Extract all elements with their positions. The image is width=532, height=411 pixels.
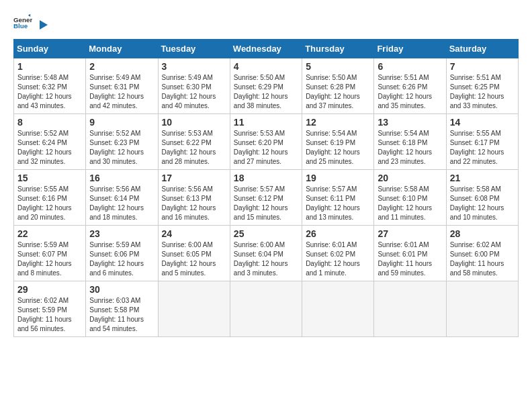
- calendar-cell: 28Sunrise: 6:02 AMSunset: 6:00 PMDayligh…: [446, 226, 518, 281]
- calendar-cell: 13Sunrise: 5:54 AMSunset: 6:18 PMDayligh…: [374, 114, 446, 170]
- day-info: Sunrise: 5:49 AMSunset: 6:30 PMDaylight:…: [162, 73, 226, 111]
- day-info: Sunrise: 5:51 AMSunset: 6:26 PMDaylight:…: [378, 73, 442, 111]
- day-number: 15: [17, 173, 82, 183]
- calendar-cell: 1Sunrise: 5:48 AMSunset: 6:32 PMDaylight…: [14, 58, 86, 114]
- calendar-cell: 19Sunrise: 5:57 AMSunset: 6:11 PMDayligh…: [302, 170, 374, 226]
- day-header-sunday: Sunday: [14, 40, 86, 58]
- calendar-cell: 5Sunrise: 5:50 AMSunset: 6:28 PMDaylight…: [302, 58, 374, 114]
- calendar-cell: 24Sunrise: 6:00 AMSunset: 6:05 PMDayligh…: [158, 226, 230, 281]
- day-info: Sunrise: 5:59 AMSunset: 6:06 PMDaylight:…: [89, 240, 154, 278]
- day-number: 3: [162, 61, 226, 72]
- day-number: 17: [162, 173, 226, 183]
- page-header: General Blue: [13, 13, 519, 32]
- calendar-cell: 22Sunrise: 5:59 AMSunset: 6:07 PMDayligh…: [14, 226, 86, 281]
- day-number: 6: [378, 61, 442, 72]
- svg-text:Blue: Blue: [13, 22, 28, 30]
- day-info: Sunrise: 5:50 AMSunset: 6:29 PMDaylight:…: [234, 73, 298, 111]
- day-number: 8: [17, 117, 82, 128]
- svg-marker-3: [40, 20, 48, 30]
- calendar-cell: 10Sunrise: 5:53 AMSunset: 6:22 PMDayligh…: [158, 114, 230, 170]
- day-number: 13: [378, 117, 442, 128]
- day-header-monday: Monday: [86, 40, 158, 58]
- calendar-cell: [302, 281, 374, 337]
- day-info: Sunrise: 5:56 AMSunset: 6:14 PMDaylight:…: [89, 185, 154, 222]
- calendar-cell: 8Sunrise: 5:52 AMSunset: 6:24 PMDaylight…: [14, 114, 86, 170]
- day-number: 14: [450, 117, 515, 128]
- day-info: Sunrise: 5:51 AMSunset: 6:25 PMDaylight:…: [450, 73, 515, 111]
- day-info: Sunrise: 6:02 AMSunset: 6:00 PMDaylight:…: [450, 240, 515, 278]
- day-info: Sunrise: 5:58 AMSunset: 6:08 PMDaylight:…: [450, 185, 515, 222]
- day-number: 29: [17, 284, 82, 295]
- calendar-week-4: 22Sunrise: 5:59 AMSunset: 6:07 PMDayligh…: [14, 226, 519, 281]
- day-number: 21: [450, 173, 515, 183]
- day-info: Sunrise: 5:54 AMSunset: 6:18 PMDaylight:…: [378, 129, 442, 167]
- calendar-cell: 11Sunrise: 5:53 AMSunset: 6:20 PMDayligh…: [230, 114, 302, 170]
- day-number: 18: [234, 173, 298, 183]
- day-info: Sunrise: 5:52 AMSunset: 6:23 PMDaylight:…: [89, 129, 154, 167]
- calendar-cell: 17Sunrise: 5:56 AMSunset: 6:13 PMDayligh…: [158, 170, 230, 226]
- day-number: 11: [234, 117, 298, 128]
- logo-icon: General Blue: [13, 13, 32, 32]
- calendar-cell: 12Sunrise: 5:54 AMSunset: 6:19 PMDayligh…: [302, 114, 374, 170]
- calendar-cell: [374, 281, 446, 337]
- day-number: 20: [378, 173, 442, 183]
- day-header-tuesday: Tuesday: [158, 40, 230, 58]
- calendar-week-3: 15Sunrise: 5:55 AMSunset: 6:16 PMDayligh…: [14, 170, 519, 226]
- day-number: 26: [306, 228, 370, 239]
- calendar-cell: 15Sunrise: 5:55 AMSunset: 6:16 PMDayligh…: [14, 170, 86, 226]
- calendar-cell: [446, 281, 518, 337]
- day-number: 28: [450, 228, 515, 239]
- day-info: Sunrise: 5:57 AMSunset: 6:12 PMDaylight:…: [234, 185, 298, 222]
- calendar-cell: 14Sunrise: 5:55 AMSunset: 6:17 PMDayligh…: [446, 114, 518, 170]
- calendar-cell: 29Sunrise: 6:02 AMSunset: 5:59 PMDayligh…: [14, 281, 86, 337]
- day-info: Sunrise: 5:53 AMSunset: 6:20 PMDaylight:…: [234, 129, 298, 167]
- day-number: 27: [378, 228, 442, 239]
- day-header-wednesday: Wednesday: [230, 40, 302, 58]
- day-info: Sunrise: 5:55 AMSunset: 6:16 PMDaylight:…: [17, 185, 82, 222]
- day-number: 9: [89, 117, 154, 128]
- day-number: 1: [17, 61, 82, 72]
- calendar-cell: 18Sunrise: 5:57 AMSunset: 6:12 PMDayligh…: [230, 170, 302, 226]
- day-number: 24: [162, 228, 226, 239]
- day-info: Sunrise: 6:03 AMSunset: 5:58 PMDaylight:…: [89, 296, 154, 334]
- day-info: Sunrise: 6:02 AMSunset: 5:59 PMDaylight:…: [17, 296, 82, 334]
- calendar-week-2: 8Sunrise: 5:52 AMSunset: 6:24 PMDaylight…: [14, 114, 519, 170]
- day-info: Sunrise: 5:48 AMSunset: 6:32 PMDaylight:…: [17, 73, 82, 111]
- day-number: 2: [89, 61, 154, 72]
- logo: General Blue: [13, 13, 51, 32]
- day-info: Sunrise: 5:56 AMSunset: 6:13 PMDaylight:…: [162, 185, 226, 222]
- day-header-thursday: Thursday: [302, 40, 374, 58]
- calendar-cell: 2Sunrise: 5:49 AMSunset: 6:31 PMDaylight…: [86, 58, 158, 114]
- calendar-header-row: SundayMondayTuesdayWednesdayThursdayFrid…: [14, 40, 519, 58]
- day-info: Sunrise: 5:49 AMSunset: 6:31 PMDaylight:…: [89, 73, 154, 111]
- calendar-cell: 3Sunrise: 5:49 AMSunset: 6:30 PMDaylight…: [158, 58, 230, 114]
- day-info: Sunrise: 6:00 AMSunset: 6:05 PMDaylight:…: [162, 240, 226, 278]
- calendar-week-5: 29Sunrise: 6:02 AMSunset: 5:59 PMDayligh…: [14, 281, 519, 337]
- day-number: 7: [450, 61, 515, 72]
- calendar-cell: 6Sunrise: 5:51 AMSunset: 6:26 PMDaylight…: [374, 58, 446, 114]
- day-number: 10: [162, 117, 226, 128]
- day-number: 16: [89, 173, 154, 183]
- calendar-cell: 21Sunrise: 5:58 AMSunset: 6:08 PMDayligh…: [446, 170, 518, 226]
- day-number: 25: [234, 228, 298, 239]
- day-header-friday: Friday: [374, 40, 446, 58]
- calendar-cell: 20Sunrise: 5:58 AMSunset: 6:10 PMDayligh…: [374, 170, 446, 226]
- day-info: Sunrise: 5:59 AMSunset: 6:07 PMDaylight:…: [17, 240, 82, 278]
- day-info: Sunrise: 5:53 AMSunset: 6:22 PMDaylight:…: [162, 129, 226, 167]
- calendar-cell: 25Sunrise: 6:00 AMSunset: 6:04 PMDayligh…: [230, 226, 302, 281]
- calendar-table: SundayMondayTuesdayWednesdayThursdayFrid…: [13, 39, 519, 337]
- calendar-cell: 30Sunrise: 6:03 AMSunset: 5:58 PMDayligh…: [86, 281, 158, 337]
- day-header-saturday: Saturday: [446, 40, 518, 58]
- day-info: Sunrise: 5:50 AMSunset: 6:28 PMDaylight:…: [306, 73, 370, 111]
- day-number: 19: [306, 173, 370, 183]
- calendar-cell: 7Sunrise: 5:51 AMSunset: 6:25 PMDaylight…: [446, 58, 518, 114]
- day-info: Sunrise: 6:01 AMSunset: 6:01 PMDaylight:…: [378, 240, 442, 278]
- day-info: Sunrise: 5:52 AMSunset: 6:24 PMDaylight:…: [17, 129, 82, 167]
- calendar-cell: 16Sunrise: 5:56 AMSunset: 6:14 PMDayligh…: [86, 170, 158, 226]
- day-info: Sunrise: 5:58 AMSunset: 6:10 PMDaylight:…: [378, 185, 442, 222]
- day-info: Sunrise: 5:55 AMSunset: 6:17 PMDaylight:…: [450, 129, 515, 167]
- calendar-cell: 9Sunrise: 5:52 AMSunset: 6:23 PMDaylight…: [86, 114, 158, 170]
- day-number: 5: [306, 61, 370, 72]
- calendar-week-1: 1Sunrise: 5:48 AMSunset: 6:32 PMDaylight…: [14, 58, 519, 114]
- day-number: 22: [17, 228, 82, 239]
